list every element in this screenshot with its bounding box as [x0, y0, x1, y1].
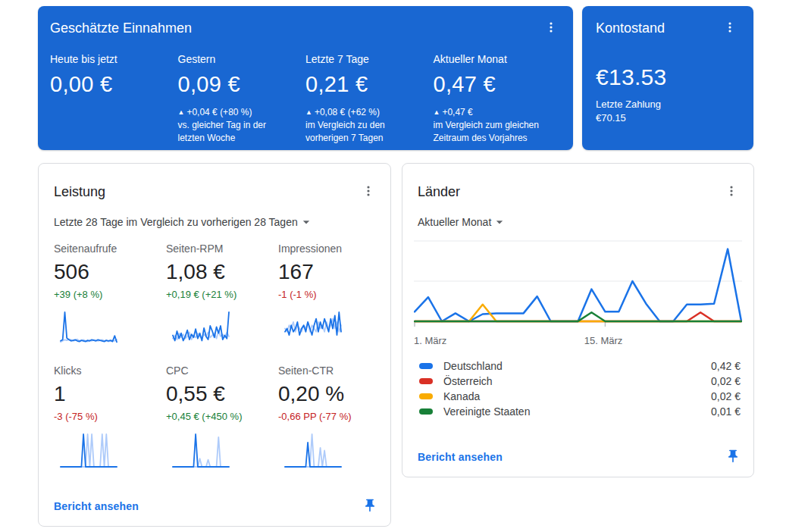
metric-label: CPC [166, 365, 278, 377]
metric-cpc: CPC 0,55 € +0,45 € (+450 %) [166, 365, 278, 469]
metric-value: 0,21 € [305, 72, 427, 97]
date-range-selector[interactable]: Letzte 28 Tage im Vergleich zu vorherige… [54, 214, 314, 230]
date-range-label: Aktueller Monat [418, 216, 491, 228]
country-earnings: 0,02 € [711, 375, 741, 387]
more-vert-icon [543, 20, 559, 37]
date-range-selector[interactable]: Aktueller Monat [418, 214, 507, 230]
metric-delta: ▲+0,47 € [434, 107, 556, 117]
metric-value: 0,00 € [50, 72, 172, 97]
metric-comparison-note: im Vergleich zum gleichen Zeitraum des V… [434, 119, 549, 145]
series-color-swatch [419, 408, 433, 415]
legend-item-deutschland: Deutschland 0,42 € [419, 358, 741, 374]
sparkline-chart [60, 430, 117, 469]
metric-value: 167 [278, 260, 392, 284]
metric-delta: -1 (-1 %) [278, 289, 392, 300]
pin-button[interactable] [360, 496, 380, 516]
metric-delta: +0,45 € (+450 %) [166, 411, 278, 422]
x-axis-tick-label: 15. März [584, 335, 623, 346]
country-earnings: 0,01 € [711, 405, 741, 418]
metric-value: 0,09 € [178, 72, 300, 97]
metric-seiten-rpm: Seiten-RPM 1,08 € +0,19 € (+21 %) [166, 243, 278, 347]
card-title: Kontostand [596, 20, 665, 36]
increase-arrow-icon: ▲ [178, 108, 185, 116]
metric-seitenaufrufe: Seitenaufrufe 506 +39 (+8 %) [54, 243, 166, 347]
balance-value: €13.53 [596, 64, 740, 90]
metric-delta: +39 (+8 %) [54, 289, 166, 300]
card-title: Leistung [54, 184, 105, 200]
countries-line-chart [414, 239, 742, 332]
view-report-link[interactable]: Bericht ansehen [418, 451, 503, 463]
metric-delta: -0,66 PP (-77 %) [278, 411, 392, 422]
metric-label: Klicks [54, 365, 166, 377]
metric-current-month: Aktueller Monat 0,47 € ▲+0,47 € im Vergl… [434, 53, 562, 145]
more-options-button[interactable] [359, 182, 378, 202]
more-vert-icon [722, 20, 738, 37]
metric-comparison-note: im Vergleich zu den vorherigen 7 Tagen [305, 119, 421, 145]
chart-legend: Deutschland 0,42 € Österreich 0,02 € Kan… [419, 358, 741, 419]
metric-today: Heute bis jetzt 0,00 € ▲ [50, 53, 178, 145]
country-name: Vereinigte Staaten [443, 405, 530, 418]
legend-item-kanada: Kanada 0,02 € [419, 389, 741, 404]
legend-item-oesterreich: Österreich 0,02 € [419, 374, 741, 389]
arrow-drop-down-icon [299, 214, 314, 230]
metric-label: Seitenaufrufe [54, 243, 166, 255]
pin-button[interactable] [723, 447, 743, 467]
metric-value: 0,47 € [434, 72, 556, 97]
more-options-button[interactable] [541, 18, 561, 38]
view-report-link[interactable]: Bericht ansehen [54, 500, 139, 512]
date-range-label: Letzte 28 Tage im Vergleich zu vorherige… [54, 216, 298, 228]
metric-klicks: Klicks 1 -3 (-75 %) [54, 365, 166, 469]
last-payment-value: €70.15 [596, 112, 740, 124]
legend-item-vereinigte-staaten: Vereinigte Staaten 0,01 € [419, 404, 741, 419]
metric-value: 0,20 % [278, 382, 392, 406]
push-pin-icon [725, 449, 741, 466]
country-earnings: 0,02 € [711, 390, 741, 402]
metric-value: 506 [54, 260, 166, 284]
card-title: Länder [418, 184, 460, 200]
more-vert-icon [361, 183, 376, 201]
series-color-swatch [419, 363, 433, 369]
metric-label: Aktueller Monat [434, 53, 556, 65]
more-options-button[interactable] [720, 18, 740, 38]
sparkline-chart [60, 308, 117, 347]
metric-label: Letzte 7 Tage [305, 53, 427, 65]
series-color-swatch [419, 393, 433, 399]
metric-impressionen: Impressionen 167 -1 (-1 %) [278, 243, 392, 347]
balance-card: Kontostand €13.53 Letzte Zahlung €70.15 [582, 6, 753, 150]
metric-delta: -3 (-75 %) [54, 411, 166, 422]
x-axis-tick-label: 1. März [414, 335, 446, 346]
country-name: Deutschland [443, 360, 503, 372]
sparkline-chart [284, 430, 342, 469]
sparkline-chart [172, 308, 230, 347]
metric-label: Gestern [178, 53, 300, 65]
chart-x-axis: 1. März 15. März [414, 335, 742, 349]
performance-card: Leistung Letzte 28 Tage im Vergleich zu … [38, 163, 391, 527]
metric-value: 0,55 € [166, 382, 278, 406]
metric-label: Seiten-RPM [166, 243, 278, 255]
metric-last-7-days: Letzte 7 Tage 0,21 € ▲+0,08 € (+62 %) im… [305, 53, 434, 145]
card-title: Geschätzte Einnahmen [50, 20, 192, 36]
metric-value: 1 [54, 382, 166, 406]
arrow-drop-down-icon [492, 214, 507, 230]
country-earnings: 0,42 € [711, 360, 741, 372]
performance-metrics: Seitenaufrufe 506 +39 (+8 %) Seiten-RPM … [39, 243, 390, 469]
increase-arrow-icon: ▲ [305, 108, 312, 116]
metric-seiten-ctr: Seiten-CTR 0,20 % -0,66 PP (-77 %) [278, 365, 392, 469]
line-chart-canvas [414, 239, 742, 332]
metric-delta: +0,19 € (+21 %) [166, 289, 278, 300]
metric-value: 1,08 € [166, 260, 278, 284]
push-pin-icon [362, 498, 377, 515]
metric-yesterday: Gestern 0,09 € ▲+0,04 € (+80 %) vs. glei… [178, 53, 306, 145]
sparkline-chart [284, 308, 342, 347]
metric-label: Impressionen [278, 243, 392, 255]
earnings-metrics: Heute bis jetzt 0,00 € ▲ Gestern 0,09 € … [50, 53, 561, 145]
metric-delta: ▲+0,04 € (+80 %) [178, 107, 300, 117]
estimated-earnings-card: Geschätzte Einnahmen Heute bis jetzt 0,0… [38, 6, 573, 150]
metric-label: Heute bis jetzt [50, 53, 172, 65]
country-name: Kanada [443, 390, 480, 402]
more-vert-icon [724, 183, 739, 201]
increase-arrow-icon: ▲ [434, 108, 440, 116]
metric-label: Seiten-CTR [278, 365, 392, 377]
more-options-button[interactable] [722, 182, 741, 202]
last-payment-label: Letzte Zahlung [596, 99, 740, 110]
